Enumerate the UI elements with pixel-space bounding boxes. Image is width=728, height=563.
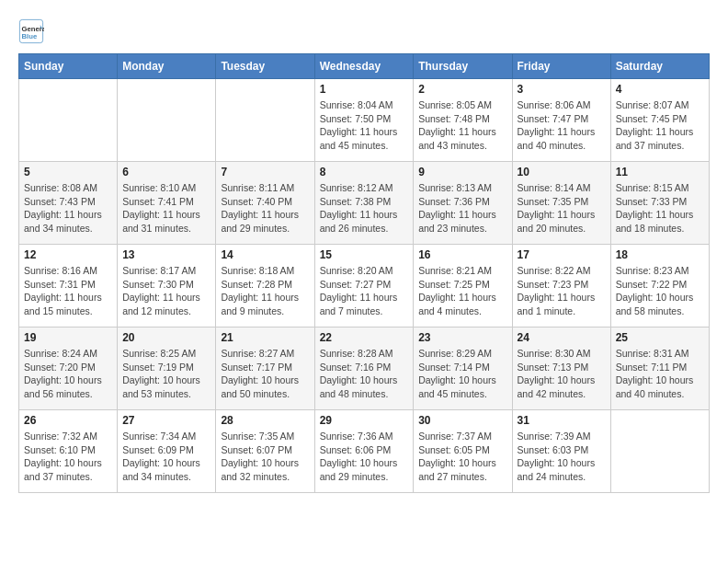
day-info: Sunrise: 8:07 AM Sunset: 7:45 PM Dayligh… bbox=[616, 98, 704, 153]
day-number: 25 bbox=[616, 331, 704, 344]
calendar-cell: 14Sunrise: 8:18 AM Sunset: 7:28 PM Dayli… bbox=[216, 245, 314, 327]
day-number: 21 bbox=[221, 331, 309, 344]
calendar-week-5: 26Sunrise: 7:32 AM Sunset: 6:10 PM Dayli… bbox=[19, 410, 710, 493]
calendar-cell bbox=[216, 79, 314, 162]
calendar-week-2: 5Sunrise: 8:08 AM Sunset: 7:43 PM Daylig… bbox=[19, 162, 710, 245]
day-info: Sunrise: 8:27 AM Sunset: 7:17 PM Dayligh… bbox=[221, 347, 309, 401]
day-number: 29 bbox=[320, 414, 409, 427]
day-number: 27 bbox=[122, 414, 210, 427]
calendar-cell: 4Sunrise: 8:07 AM Sunset: 7:45 PM Daylig… bbox=[610, 79, 709, 162]
day-number: 5 bbox=[24, 166, 112, 178]
day-number: 12 bbox=[24, 248, 112, 261]
day-info: Sunrise: 7:36 AM Sunset: 6:06 PM Dayligh… bbox=[320, 430, 409, 484]
calendar-cell: 21Sunrise: 8:27 AM Sunset: 7:17 PM Dayli… bbox=[216, 327, 314, 410]
day-info: Sunrise: 8:18 AM Sunset: 7:28 PM Dayligh… bbox=[221, 264, 309, 318]
calendar-cell: 16Sunrise: 8:21 AM Sunset: 7:25 PM Dayli… bbox=[414, 245, 512, 327]
calendar-cell bbox=[118, 79, 216, 162]
calendar-cell: 22Sunrise: 8:28 AM Sunset: 7:16 PM Dayli… bbox=[314, 327, 414, 410]
header-monday: Monday bbox=[118, 54, 216, 79]
day-info: Sunrise: 8:30 AM Sunset: 7:13 PM Dayligh… bbox=[518, 347, 606, 401]
calendar-cell: 24Sunrise: 8:30 AM Sunset: 7:13 PM Dayli… bbox=[512, 327, 610, 410]
day-info: Sunrise: 7:35 AM Sunset: 6:07 PM Dayligh… bbox=[221, 430, 309, 484]
day-info: Sunrise: 8:11 AM Sunset: 7:40 PM Dayligh… bbox=[221, 181, 309, 236]
day-number: 26 bbox=[24, 414, 112, 427]
day-number: 3 bbox=[518, 83, 606, 96]
day-info: Sunrise: 8:24 AM Sunset: 7:20 PM Dayligh… bbox=[24, 347, 112, 401]
day-number: 18 bbox=[616, 248, 704, 261]
day-number: 2 bbox=[418, 83, 506, 96]
day-number: 9 bbox=[418, 166, 506, 178]
day-info: Sunrise: 8:12 AM Sunset: 7:38 PM Dayligh… bbox=[320, 181, 409, 236]
day-number: 22 bbox=[320, 331, 409, 344]
calendar-week-1: 1Sunrise: 8:04 AM Sunset: 7:50 PM Daylig… bbox=[19, 79, 710, 162]
day-number: 15 bbox=[320, 248, 409, 261]
day-info: Sunrise: 8:25 AM Sunset: 7:19 PM Dayligh… bbox=[122, 347, 210, 401]
day-number: 19 bbox=[24, 331, 112, 344]
header-friday: Friday bbox=[512, 54, 610, 79]
calendar-cell: 5Sunrise: 8:08 AM Sunset: 7:43 PM Daylig… bbox=[19, 162, 118, 245]
day-info: Sunrise: 8:29 AM Sunset: 7:14 PM Dayligh… bbox=[418, 347, 506, 401]
day-number: 28 bbox=[221, 414, 309, 427]
day-info: Sunrise: 8:31 AM Sunset: 7:11 PM Dayligh… bbox=[616, 347, 704, 401]
calendar-cell: 10Sunrise: 8:14 AM Sunset: 7:35 PM Dayli… bbox=[512, 162, 610, 245]
header-tuesday: Tuesday bbox=[216, 54, 314, 79]
calendar-cell bbox=[610, 410, 709, 493]
day-number: 23 bbox=[418, 331, 506, 344]
calendar-cell: 19Sunrise: 8:24 AM Sunset: 7:20 PM Dayli… bbox=[19, 327, 118, 410]
day-number: 10 bbox=[518, 166, 606, 178]
calendar-cell: 12Sunrise: 8:16 AM Sunset: 7:31 PM Dayli… bbox=[19, 245, 118, 327]
calendar-cell: 28Sunrise: 7:35 AM Sunset: 6:07 PM Dayli… bbox=[216, 410, 314, 493]
day-info: Sunrise: 8:15 AM Sunset: 7:33 PM Dayligh… bbox=[616, 181, 704, 236]
day-info: Sunrise: 8:10 AM Sunset: 7:41 PM Dayligh… bbox=[122, 181, 210, 236]
day-number: 1 bbox=[320, 83, 409, 96]
day-info: Sunrise: 8:22 AM Sunset: 7:23 PM Dayligh… bbox=[518, 264, 606, 318]
page-header: General Blue bbox=[18, 18, 710, 44]
calendar-cell: 15Sunrise: 8:20 AM Sunset: 7:27 PM Dayli… bbox=[314, 245, 414, 327]
day-info: Sunrise: 8:13 AM Sunset: 7:36 PM Dayligh… bbox=[418, 181, 506, 236]
calendar-cell: 30Sunrise: 7:37 AM Sunset: 6:05 PM Dayli… bbox=[414, 410, 512, 493]
calendar-cell: 6Sunrise: 8:10 AM Sunset: 7:41 PM Daylig… bbox=[118, 162, 216, 245]
calendar-cell bbox=[19, 79, 118, 162]
day-info: Sunrise: 7:37 AM Sunset: 6:05 PM Dayligh… bbox=[418, 430, 506, 484]
day-number: 31 bbox=[518, 414, 606, 427]
header-thursday: Thursday bbox=[414, 54, 512, 79]
calendar-cell: 11Sunrise: 8:15 AM Sunset: 7:33 PM Dayli… bbox=[610, 162, 709, 245]
calendar-cell: 17Sunrise: 8:22 AM Sunset: 7:23 PM Dayli… bbox=[512, 245, 610, 327]
day-number: 13 bbox=[122, 248, 210, 261]
day-info: Sunrise: 8:04 AM Sunset: 7:50 PM Dayligh… bbox=[320, 98, 409, 153]
day-number: 24 bbox=[518, 331, 606, 344]
day-number: 8 bbox=[320, 166, 409, 178]
header-sunday: Sunday bbox=[19, 54, 118, 79]
day-info: Sunrise: 8:20 AM Sunset: 7:27 PM Dayligh… bbox=[320, 264, 409, 318]
day-info: Sunrise: 7:39 AM Sunset: 6:03 PM Dayligh… bbox=[518, 430, 606, 484]
day-number: 17 bbox=[518, 248, 606, 261]
calendar-cell: 2Sunrise: 8:05 AM Sunset: 7:48 PM Daylig… bbox=[414, 79, 512, 162]
day-info: Sunrise: 8:21 AM Sunset: 7:25 PM Dayligh… bbox=[418, 264, 506, 318]
header-wednesday: Wednesday bbox=[314, 54, 414, 79]
day-info: Sunrise: 8:23 AM Sunset: 7:22 PM Dayligh… bbox=[616, 264, 704, 318]
day-number: 7 bbox=[221, 166, 309, 178]
calendar-cell: 7Sunrise: 8:11 AM Sunset: 7:40 PM Daylig… bbox=[216, 162, 314, 245]
calendar-header-row: SundayMondayTuesdayWednesdayThursdayFrid… bbox=[19, 54, 710, 79]
calendar-cell: 23Sunrise: 8:29 AM Sunset: 7:14 PM Dayli… bbox=[414, 327, 512, 410]
calendar-cell: 18Sunrise: 8:23 AM Sunset: 7:22 PM Dayli… bbox=[610, 245, 709, 327]
day-number: 6 bbox=[122, 166, 210, 178]
day-info: Sunrise: 7:32 AM Sunset: 6:10 PM Dayligh… bbox=[24, 430, 112, 484]
day-info: Sunrise: 7:34 AM Sunset: 6:09 PM Dayligh… bbox=[122, 430, 210, 484]
calendar-cell: 20Sunrise: 8:25 AM Sunset: 7:19 PM Dayli… bbox=[118, 327, 216, 410]
svg-text:Blue: Blue bbox=[22, 32, 38, 40]
day-info: Sunrise: 8:05 AM Sunset: 7:48 PM Dayligh… bbox=[418, 98, 506, 153]
calendar-cell: 8Sunrise: 8:12 AM Sunset: 7:38 PM Daylig… bbox=[314, 162, 414, 245]
day-number: 14 bbox=[221, 248, 309, 261]
calendar-week-4: 19Sunrise: 8:24 AM Sunset: 7:20 PM Dayli… bbox=[19, 327, 710, 410]
day-number: 20 bbox=[122, 331, 210, 344]
calendar-cell: 25Sunrise: 8:31 AM Sunset: 7:11 PM Dayli… bbox=[610, 327, 709, 410]
calendar-cell: 1Sunrise: 8:04 AM Sunset: 7:50 PM Daylig… bbox=[314, 79, 414, 162]
day-info: Sunrise: 8:16 AM Sunset: 7:31 PM Dayligh… bbox=[24, 264, 112, 318]
header-saturday: Saturday bbox=[610, 54, 709, 79]
calendar-cell: 27Sunrise: 7:34 AM Sunset: 6:09 PM Dayli… bbox=[118, 410, 216, 493]
day-number: 16 bbox=[418, 248, 506, 261]
calendar-cell: 26Sunrise: 7:32 AM Sunset: 6:10 PM Dayli… bbox=[19, 410, 118, 493]
day-number: 30 bbox=[418, 414, 506, 427]
day-info: Sunrise: 8:17 AM Sunset: 7:30 PM Dayligh… bbox=[122, 264, 210, 318]
